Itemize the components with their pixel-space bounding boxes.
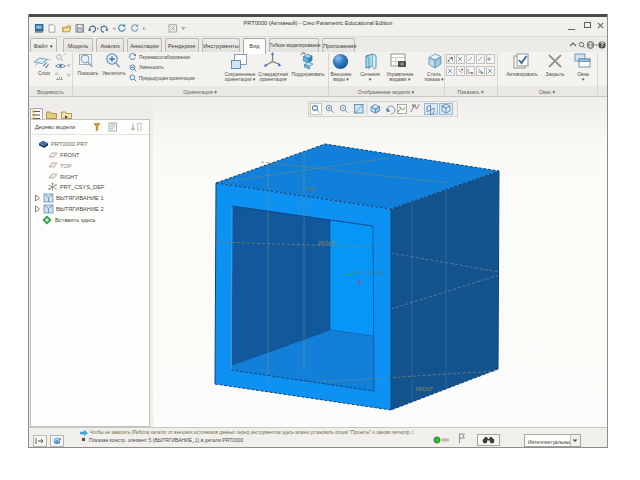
- svg-text:?: ?: [600, 41, 604, 48]
- svg-text:RIGHT: RIGHT: [319, 240, 337, 246]
- svg-text:FRONT: FRONT: [416, 386, 433, 392]
- svg-text:PRT_CSYS_DEF: PRT_CSYS_DEF: [353, 270, 386, 275]
- svg-text:TOP: TOP: [305, 186, 316, 192]
- svg-text:¹²: ¹²: [55, 71, 59, 77]
